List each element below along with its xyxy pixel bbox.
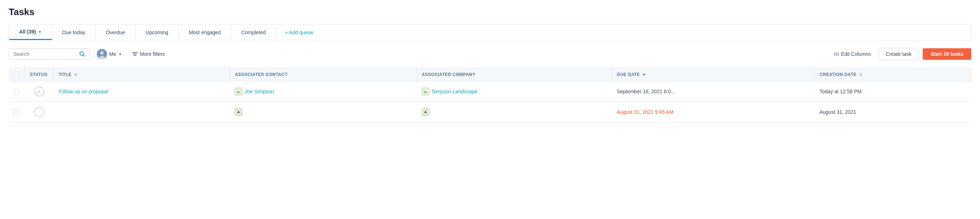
row-contact-cell-2: [229, 102, 417, 122]
svg-point-3: [100, 51, 104, 55]
row-checkbox-cell: [9, 81, 25, 102]
user-filter-label: Me: [109, 51, 116, 57]
row-checkbox[interactable]: [14, 89, 19, 94]
row-company-cell-2: [417, 102, 612, 122]
contact-logo-2: [235, 108, 242, 116]
task-title-link[interactable]: Follow up on proposal: [59, 89, 108, 94]
columns-icon: [834, 52, 839, 56]
col-associated-contact: ASSOCIATED CONTACT: [229, 68, 417, 81]
search-icon: [79, 51, 85, 57]
row-status-cell: [25, 102, 54, 122]
due-date-sort-icon[interactable]: [643, 74, 646, 76]
tab-all[interactable]: All (39) ▼: [9, 24, 52, 40]
contact-link[interactable]: SL Joe Simpson: [235, 87, 412, 95]
tab-most-engaged[interactable]: Most engaged: [179, 25, 231, 40]
creation-date-sort-icon[interactable]: [859, 73, 862, 77]
row-due-date-cell: September 16, 2021 8:0...: [612, 81, 815, 102]
toolbar: Me ▼ More filters Edit Columns Create ta: [9, 47, 971, 61]
avatar-image: [97, 49, 107, 59]
page-container: Tasks All (39) ▼ Due today Overdue Upcom…: [0, 0, 980, 122]
filter-icon: [132, 52, 138, 56]
svg-text:SL: SL: [424, 90, 427, 94]
row-checkbox[interactable]: [14, 109, 19, 115]
row-status-cell: ✓: [25, 81, 54, 102]
col-title[interactable]: TITLE: [54, 68, 230, 81]
table-row: August 31, 2021 9:45 AM August 31, 2021: [9, 102, 971, 122]
company-link-2[interactable]: [422, 108, 607, 116]
tab-overdue[interactable]: Overdue: [95, 25, 135, 40]
table-header-row: STATUS TITLE ASSOCIATED CONTACT ASSOCIAT…: [9, 68, 971, 81]
search-box[interactable]: [9, 48, 90, 60]
row-title-cell: Follow up on proposal: [54, 81, 230, 102]
edit-columns-button[interactable]: Edit Columns: [830, 49, 875, 59]
row-creation-date-cell: Today at 12:58 PM: [814, 81, 971, 102]
search-input[interactable]: [13, 51, 76, 57]
start-tasks-button[interactable]: Start 39 tasks: [923, 48, 971, 60]
tabs-bar: All (39) ▼ Due today Overdue Upcoming Mo…: [9, 24, 971, 40]
check-icon: ✓: [37, 89, 41, 94]
title-sort-icon[interactable]: [74, 73, 77, 77]
col-due-date[interactable]: DUE DATE: [612, 68, 815, 81]
company-link[interactable]: SL Simpson Landscape: [422, 87, 607, 95]
col-status: STATUS: [25, 68, 54, 81]
more-filters-button[interactable]: More filters: [129, 49, 167, 59]
tab-completed[interactable]: Completed: [231, 25, 276, 40]
row-checkbox-cell: [9, 102, 25, 122]
tab-due-today[interactable]: Due today: [52, 25, 96, 40]
avatar: [97, 49, 107, 59]
page-title: Tasks: [9, 6, 971, 17]
tasks-table: STATUS TITLE ASSOCIATED CONTACT ASSOCIAT…: [9, 68, 971, 122]
contact-logo: SL: [235, 87, 242, 95]
contact-link-2[interactable]: [235, 108, 412, 116]
row-contact-cell: SL Joe Simpson: [229, 81, 417, 102]
row-title-cell: [54, 102, 230, 122]
col-associated-company: ASSOCIATED COMPANY: [417, 68, 612, 81]
row-company-cell: SL Simpson Landscape: [417, 81, 612, 102]
status-circle[interactable]: [34, 107, 44, 117]
svg-line-1: [83, 55, 85, 57]
add-queue-button[interactable]: + Add queue: [278, 25, 321, 40]
select-all-checkbox[interactable]: [14, 72, 19, 78]
user-chevron-icon: ▼: [118, 52, 122, 56]
company-logo: SL: [422, 87, 430, 95]
svg-text:SL: SL: [237, 90, 241, 94]
col-checkbox: [9, 68, 25, 81]
chevron-down-icon: ▼: [38, 30, 42, 34]
row-creation-date-cell-2: August 31, 2021: [814, 102, 971, 122]
status-circle[interactable]: ✓: [34, 86, 44, 97]
col-creation-date[interactable]: CREATION DATE: [814, 68, 971, 81]
table-row: ✓ Follow up on proposal SL Joe: [9, 81, 971, 102]
create-task-button[interactable]: Create task: [879, 48, 918, 60]
user-filter[interactable]: Me ▼: [94, 47, 125, 61]
company-logo-2: [422, 108, 430, 116]
row-due-date-cell-2: August 31, 2021 9:45 AM: [612, 102, 815, 122]
tab-upcoming[interactable]: Upcoming: [135, 25, 179, 40]
